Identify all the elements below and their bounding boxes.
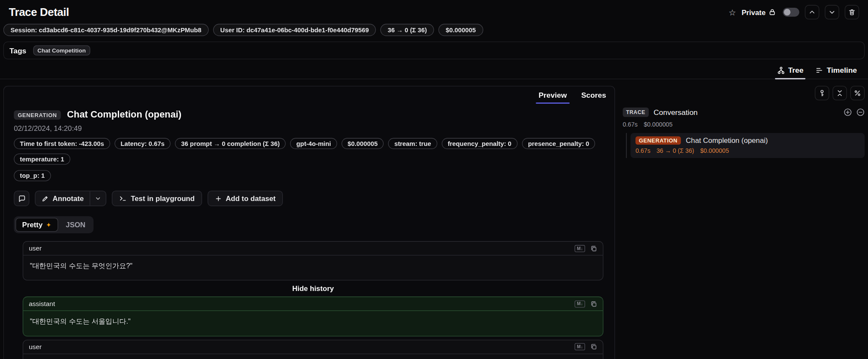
tags-section: Tags Chat Competition bbox=[3, 42, 865, 59]
comment-icon bbox=[18, 195, 25, 202]
bookmark-star-icon[interactable]: ☆ bbox=[729, 8, 736, 16]
detail-badge: Time to first token: -423.00s bbox=[14, 138, 110, 149]
collapse-node-icon[interactable] bbox=[856, 108, 865, 116]
trace-title: Conversation bbox=[653, 108, 697, 116]
privacy-label: Private bbox=[742, 8, 766, 16]
copy-icon[interactable] bbox=[590, 244, 598, 252]
test-in-playground-button[interactable]: Test in playground bbox=[112, 191, 202, 206]
trace-tree-panel: TRACE Conversation 0.67s $0.000005 GENER… bbox=[623, 86, 865, 158]
message-assistant: assistant M↓ "대한민국의 수도는 서울입니다." bbox=[23, 297, 604, 336]
detail-badge: frequency_penalty: 0 bbox=[442, 138, 517, 149]
expand-all-icon[interactable] bbox=[843, 108, 852, 116]
toggle-knob bbox=[784, 9, 790, 15]
chevron-down-icon bbox=[828, 8, 836, 16]
next-trace-button[interactable] bbox=[825, 5, 839, 19]
observation-detail: GENERATION Chat Completion (openai) 02/1… bbox=[4, 109, 614, 233]
hide-history-button[interactable]: Hide history bbox=[289, 284, 337, 294]
token-usage-pill: 36 → 0 (Σ 36) bbox=[380, 24, 434, 36]
format-pretty-tab[interactable]: Pretty ✦ bbox=[15, 218, 58, 232]
observation-actions: Annotate Test in playground Add to datas… bbox=[14, 191, 604, 206]
message-role: assistant bbox=[29, 300, 55, 308]
comment-button[interactable] bbox=[14, 191, 29, 206]
panel-tabs: Preview Scores bbox=[4, 87, 614, 104]
copy-icon[interactable] bbox=[590, 343, 598, 350]
timeline-icon bbox=[816, 66, 823, 74]
trace-type-badge: TRACE bbox=[623, 108, 649, 117]
node-tokens: 36 → 0 (Σ 36) bbox=[656, 148, 694, 154]
messages-list: user M↓ "대한민국의 수도는 무엇인가요?" Hide history … bbox=[23, 241, 604, 359]
view-tabs: Tree Timeline bbox=[0, 62, 868, 79]
previous-trace-button[interactable] bbox=[805, 5, 819, 19]
tag-chip[interactable]: Chat Competition bbox=[33, 46, 90, 56]
tab-tree[interactable]: Tree bbox=[772, 62, 809, 78]
message-user-1: user M↓ "대한민국의 수도는 무엇인가요?" bbox=[23, 241, 604, 281]
user-id-pill[interactable]: User ID: dc47a41e-06bc-400d-bde1-f0e440d… bbox=[213, 24, 376, 36]
tab-timeline-label: Timeline bbox=[827, 66, 857, 74]
message-tools: M↓ bbox=[575, 343, 597, 350]
observation-timestamp: 02/12/2024, 14:20:49 bbox=[14, 124, 604, 132]
detail-badge: $0.000005 bbox=[341, 138, 383, 149]
message-content: "감사합니다 " bbox=[23, 354, 603, 359]
tree-toolbar bbox=[623, 86, 865, 100]
pen-icon bbox=[42, 195, 49, 202]
trace-meta-row: Session: cd3abcd6-c81c-4037-935d-19d9f27… bbox=[0, 22, 868, 36]
collapse-all-button[interactable] bbox=[833, 86, 847, 100]
tab-preview[interactable]: Preview bbox=[531, 87, 574, 103]
playground-label: Test in playground bbox=[131, 194, 194, 202]
page-header: Trace Detail ☆ Private bbox=[0, 0, 868, 22]
message-header: assistant M↓ bbox=[23, 297, 603, 311]
public-toggle[interactable] bbox=[783, 8, 800, 17]
observation-header: GENERATION Chat Completion (openai) bbox=[14, 109, 604, 121]
message-user-2: user M↓ "감사합니다 " bbox=[23, 340, 604, 359]
format-pretty-label: Pretty bbox=[22, 220, 43, 229]
plus-icon bbox=[215, 195, 222, 202]
markdown-toggle-icon[interactable]: M↓ bbox=[575, 244, 585, 252]
observation-type-badge: GENERATION bbox=[14, 110, 61, 120]
dataset-label: Add to dataset bbox=[226, 194, 276, 202]
trace-row-actions bbox=[843, 108, 865, 116]
message-role: user bbox=[29, 244, 42, 252]
node-cost: $0.000005 bbox=[700, 148, 729, 154]
node-stats: 0.67s 36 → 0 (Σ 36) $0.000005 bbox=[635, 148, 859, 154]
lock-icon bbox=[768, 8, 776, 16]
observation-detail-badges: Time to first token: -423.00s Latency: 0… bbox=[14, 138, 604, 165]
copy-icon[interactable] bbox=[590, 300, 598, 308]
fold-vertical-icon bbox=[836, 89, 843, 97]
annotate-dropdown-button[interactable] bbox=[90, 191, 106, 205]
delete-trace-button[interactable] bbox=[845, 5, 859, 19]
generation-node-selected[interactable]: GENERATION Chat Completion (openai) 0.67… bbox=[631, 133, 865, 158]
session-pill[interactable]: Session: cd3abcd6-c81c-4037-935d-19d9f27… bbox=[3, 24, 209, 36]
observation-title: Chat Completion (openai) bbox=[67, 109, 181, 121]
format-toggle: Pretty ✦ JSON bbox=[14, 216, 94, 233]
toggle-metrics-button[interactable] bbox=[815, 86, 829, 100]
trace-root-row[interactable]: TRACE Conversation bbox=[623, 108, 865, 117]
page-title: Trace Detail bbox=[9, 6, 69, 19]
message-content: "대한민국의 수도는 서울입니다." bbox=[23, 311, 603, 336]
format-json-tab[interactable]: JSON bbox=[59, 218, 92, 232]
toggle-percentages-button[interactable] bbox=[850, 86, 865, 100]
chevron-down-icon bbox=[95, 195, 101, 201]
node-header: GENERATION Chat Completion (openai) bbox=[635, 136, 859, 145]
generation-type-badge: GENERATION bbox=[635, 136, 681, 145]
node-title: Chat Completion (openai) bbox=[686, 136, 768, 145]
message-tools: M↓ bbox=[575, 300, 597, 308]
key-icon bbox=[818, 89, 826, 97]
cost-pill: $0.000005 bbox=[439, 24, 483, 36]
message-role: user bbox=[29, 343, 42, 351]
tree-children: GENERATION Chat Completion (openai) 0.67… bbox=[626, 133, 865, 158]
trace-latency: 0.67s bbox=[623, 121, 638, 127]
markdown-toggle-icon[interactable]: M↓ bbox=[575, 343, 585, 350]
tab-timeline[interactable]: Timeline bbox=[810, 62, 862, 78]
percent-icon bbox=[853, 89, 861, 97]
message-header: user M↓ bbox=[23, 241, 603, 255]
header-actions: ☆ Private bbox=[729, 5, 859, 19]
tab-scores[interactable]: Scores bbox=[574, 87, 613, 103]
detail-badge: top_p: 1 bbox=[14, 170, 51, 181]
markdown-toggle-icon[interactable]: M↓ bbox=[575, 300, 585, 308]
add-to-dataset-button[interactable]: Add to dataset bbox=[207, 191, 282, 206]
message-tools: M↓ bbox=[575, 244, 597, 252]
annotate-button[interactable]: Annotate bbox=[35, 191, 90, 205]
detail-badge: gpt-4o-mini bbox=[290, 138, 337, 149]
message-header: user M↓ bbox=[23, 340, 603, 354]
detail-badge: stream: true bbox=[388, 138, 437, 149]
